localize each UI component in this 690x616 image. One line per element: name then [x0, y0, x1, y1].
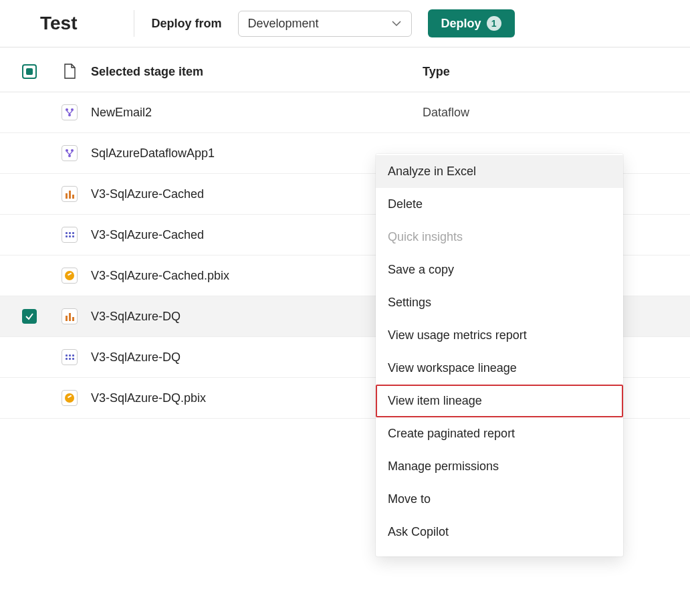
- item-name: V3-SqlAzure-Cached: [91, 228, 423, 242]
- dashboard-icon: [62, 268, 78, 284]
- menu-item[interactable]: Settings: [376, 286, 623, 319]
- report-icon: [62, 186, 78, 202]
- chevron-down-icon: [391, 18, 402, 29]
- row-checkbox[interactable]: [22, 268, 37, 283]
- select-all-checkbox[interactable]: [22, 64, 37, 79]
- item-name: NewEmail2: [91, 106, 423, 120]
- menu-item: Quick insights: [376, 221, 623, 253]
- row-checkbox[interactable]: [22, 350, 37, 365]
- item-name: V3-SqlAzure-DQ: [91, 310, 423, 324]
- report-icon: [62, 308, 78, 324]
- item-type: Dataflow: [423, 106, 690, 120]
- item-name: V3-SqlAzure-DQ.pbix: [91, 391, 423, 405]
- svg-point-1: [71, 108, 74, 111]
- file-icon: [63, 64, 76, 80]
- dataset-icon: [62, 227, 78, 243]
- item-name: V3-SqlAzure-Cached: [91, 187, 423, 201]
- row-checkbox[interactable]: [22, 187, 37, 201]
- table-header-row: Selected stage item Type: [0, 47, 690, 92]
- row-checkbox[interactable]: [22, 105, 37, 120]
- row-checkbox[interactable]: [22, 391, 37, 405]
- divider: [134, 10, 134, 37]
- menu-item[interactable]: Delete: [376, 188, 623, 221]
- row-checkbox[interactable]: [22, 309, 37, 324]
- deploy-from-dropdown[interactable]: Development: [238, 11, 412, 37]
- dashboard-icon: [62, 390, 78, 406]
- item-name: SqlAzureDataflowApp1: [91, 146, 423, 161]
- menu-item[interactable]: Analyze in Excel: [376, 155, 623, 188]
- svg-point-0: [66, 108, 68, 111]
- context-menu: Analyze in ExcelDeleteQuick insightsSave…: [376, 154, 623, 419]
- column-header-type[interactable]: Type: [423, 65, 690, 79]
- menu-item[interactable]: View usage metrics report: [376, 319, 623, 352]
- menu-item[interactable]: View item lineage: [376, 385, 623, 417]
- dataflow-icon: [62, 145, 78, 161]
- svg-point-5: [68, 155, 71, 157]
- item-name: V3-SqlAzure-DQ: [91, 350, 423, 365]
- deploy-button-label: Deploy: [441, 17, 481, 31]
- menu-item[interactable]: Save a copy: [376, 253, 623, 286]
- column-header-name[interactable]: Selected stage item: [91, 65, 423, 79]
- item-name: V3-SqlAzure-Cached.pbix: [91, 269, 423, 283]
- row-checkbox[interactable]: [22, 227, 37, 242]
- deploy-count-badge: 1: [487, 16, 501, 31]
- svg-point-4: [71, 149, 74, 152]
- header-bar: Test Deploy from Development Deploy 1: [0, 0, 690, 47]
- dropdown-value: Development: [248, 17, 319, 31]
- svg-point-3: [66, 149, 68, 152]
- deploy-button[interactable]: Deploy 1: [428, 9, 515, 37]
- svg-point-2: [68, 114, 71, 116]
- menu-item[interactable]: View workspace lineage: [376, 352, 623, 385]
- dataset-icon: [62, 349, 78, 365]
- table-row[interactable]: NewEmail2Dataflow: [0, 92, 690, 133]
- menu-item[interactable]: Create paginated report: [376, 417, 623, 419]
- dataflow-icon: [62, 104, 78, 120]
- deploy-from-label: Deploy from: [152, 17, 222, 31]
- page-title: Test: [40, 13, 78, 34]
- row-checkbox[interactable]: [22, 146, 37, 161]
